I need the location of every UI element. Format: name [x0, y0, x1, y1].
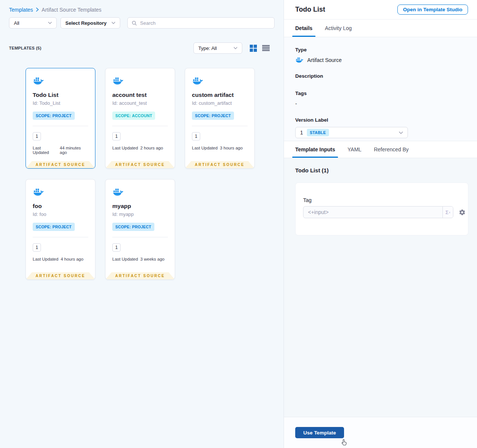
breadcrumb-templates-link[interactable]: Templates — [9, 7, 33, 13]
last-updated-value: 4 hours ago — [60, 257, 83, 261]
last-updated-label: Last Updated — [112, 257, 138, 261]
template-id: Id: custom_artifact — [192, 100, 248, 106]
type-filter-value: Type: All — [198, 45, 217, 51]
tags-label: Tags — [295, 91, 466, 96]
docker-icon — [33, 77, 44, 85]
search-input[interactable] — [140, 20, 270, 26]
last-updated: Last Updated 44 minutes ago — [33, 146, 88, 155]
card-divider — [112, 237, 168, 237]
template-card-foo[interactable]: foo Id: foo SCOPE: PROJECT 1 Last Update… — [26, 179, 95, 280]
open-in-template-studio-button[interactable]: Open in Template Studio — [397, 5, 468, 15]
template-card-myapp[interactable]: myapp Id: myapp SCOPE: PROJECT 1 Last Up… — [105, 179, 175, 280]
tab-details[interactable]: Details — [295, 20, 312, 37]
tag-field-label: Tag — [303, 197, 460, 203]
chevron-down-icon — [48, 22, 52, 24]
template-name: Todo List — [33, 92, 88, 98]
chevron-down-icon — [399, 131, 403, 134]
templates-grid: Todo List Id: Todo_List SCOPE: PROJECT 1… — [26, 68, 284, 280]
version-count-badge: 1 — [112, 243, 121, 252]
breadcrumb: Templates Artifact Source Templates — [0, 0, 284, 13]
sigma-symbol: Σ — [445, 210, 448, 215]
docker-icon — [112, 188, 124, 196]
panel-footer: Use Template — [284, 417, 477, 448]
search-box[interactable] — [127, 17, 275, 29]
tab-yaml[interactable]: YAML — [347, 141, 361, 158]
template-type-ribbon: ARTIFACT SOURCE — [185, 161, 254, 168]
template-type-ribbon: ARTIFACT SOURCE — [106, 272, 175, 279]
tags-value: - — [295, 101, 466, 107]
search-icon — [131, 20, 137, 26]
last-updated: Last Updated 2 hours ago — [112, 146, 168, 150]
description-label: Description — [295, 73, 466, 79]
template-type-ribbon: ARTIFACT SOURCE — [106, 161, 175, 168]
details-body: Type Artifact Source Description Tags - … — [284, 37, 477, 141]
chevron-down-icon — [234, 47, 237, 49]
tab-template-inputs[interactable]: Template Inputs — [295, 141, 335, 158]
scope-filter-dropdown[interactable]: All — [9, 17, 57, 29]
panel-title: Todo List — [295, 6, 325, 14]
stable-badge: STABLE — [307, 129, 329, 136]
scope-badge: SCOPE: PROJECT — [112, 223, 154, 231]
template-name: custom artifact — [192, 92, 248, 98]
template-card-custom-artifact[interactable]: custom artifact Id: custom_artifact SCOP… — [185, 68, 255, 169]
card-divider — [112, 126, 168, 126]
inputs-tabstrip: Template Inputs YAML Referenced By — [284, 141, 477, 158]
list-header: TEMPLATES (5) Type: All — [9, 42, 270, 54]
inputs-section-title: Todo List (1) — [295, 167, 468, 173]
tab-activity-log[interactable]: Activity Log — [325, 20, 352, 37]
card-divider — [33, 237, 88, 237]
docker-icon — [33, 188, 44, 196]
last-updated: Last Updated 3 hours ago — [192, 146, 248, 150]
settings-gear-icon[interactable] — [459, 208, 466, 216]
templates-count-label: TEMPLATES (5) — [9, 46, 41, 50]
template-name: account test — [112, 92, 168, 98]
filters-row: All Select Repository — [9, 17, 275, 29]
template-id: Id: account_test — [112, 100, 168, 106]
last-updated-label: Last Updated — [33, 146, 57, 155]
view-toggle — [249, 44, 270, 52]
type-filter-dropdown[interactable]: Type: All — [193, 42, 242, 54]
use-template-button[interactable]: Use Template — [295, 427, 344, 438]
docker-icon — [295, 57, 303, 63]
details-panel-header: Todo List Open in Template Studio — [284, 0, 477, 20]
version-count-badge: 1 — [33, 243, 41, 252]
type-row: Artifact Source — [295, 57, 466, 63]
template-name: foo — [33, 203, 88, 210]
last-updated-label: Last Updated — [192, 146, 217, 150]
runtime-input-sigma-button[interactable]: Σx — [442, 207, 453, 218]
type-value: Artifact Source — [307, 57, 342, 63]
scope-badge: SCOPE: ACCOUNT — [112, 112, 155, 120]
scope-badge: SCOPE: PROJECT — [192, 112, 234, 120]
template-name: myapp — [112, 203, 168, 210]
version-count-badge: 1 — [112, 132, 121, 140]
template-type-ribbon: ARTIFACT SOURCE — [26, 272, 95, 279]
tag-input-value[interactable]: <+input> — [303, 207, 442, 218]
last-updated: Last Updated 4 hours ago — [33, 257, 88, 261]
template-inputs-body: Todo List (1) Tag <+input> Σx — [284, 158, 477, 417]
last-updated-value: 3 hours ago — [220, 146, 243, 150]
last-updated-label: Last Updated — [33, 257, 58, 261]
version-label: Version Label — [295, 117, 466, 123]
tab-referenced-by[interactable]: Referenced By — [374, 141, 409, 158]
list-view-icon[interactable] — [262, 44, 270, 52]
template-type-ribbon: ARTIFACT SOURCE — [26, 161, 95, 168]
card-divider — [192, 126, 248, 126]
tag-input[interactable]: <+input> Σx — [303, 206, 453, 218]
template-card-todo-list[interactable]: Todo List Id: Todo_List SCOPE: PROJECT 1… — [26, 68, 95, 169]
last-updated-value: 2 hours ago — [140, 146, 163, 150]
repository-filter-dropdown[interactable]: Select Repository — [60, 17, 120, 29]
template-card-account-test[interactable]: account test Id: account_test SCOPE: ACC… — [105, 68, 175, 169]
scope-filter-value: All — [14, 20, 19, 26]
tag-input-row: <+input> Σx — [303, 206, 460, 218]
version-dropdown[interactable]: 1 STABLE — [295, 127, 408, 138]
last-updated-value: 44 minutes ago — [60, 146, 88, 155]
breadcrumb-chevron-icon — [36, 8, 39, 13]
grid-view-icon[interactable] — [249, 44, 257, 52]
repository-filter-label: Select Repository — [65, 20, 107, 26]
template-id: Id: myapp — [112, 211, 168, 217]
last-updated: Last Updated 3 weeks ago — [112, 257, 168, 261]
version-count-badge: 1 — [33, 132, 41, 140]
template-id: Id: Todo_List — [33, 100, 88, 106]
docker-icon — [112, 77, 124, 85]
breadcrumb-current: Artifact Source Templates — [42, 7, 101, 13]
